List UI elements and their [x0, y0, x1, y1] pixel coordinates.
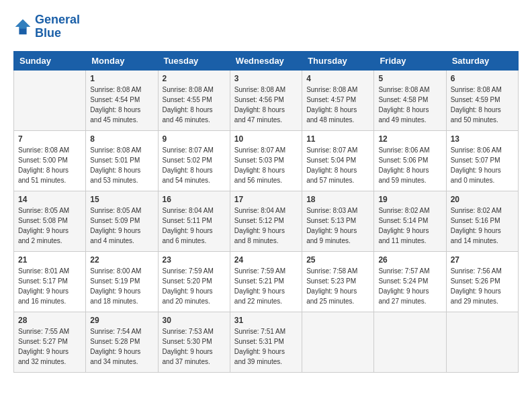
cell-info: Sunrise: 8:08 AMSunset: 4:56 PMDaylight:…	[234, 85, 298, 125]
day-number: 10	[234, 134, 298, 144]
week-row-4: 21Sunrise: 8:01 AMSunset: 5:17 PMDayligh…	[14, 251, 519, 312]
day-number: 2	[163, 74, 226, 83]
calendar-cell: 6Sunrise: 8:08 AMSunset: 4:59 PMDaylight…	[446, 70, 518, 130]
weekday-header-monday: Monday	[86, 51, 158, 70]
calendar-cell: 13Sunrise: 8:06 AMSunset: 5:07 PMDayligh…	[446, 130, 518, 191]
calendar-cell: 5Sunrise: 8:08 AMSunset: 4:58 PMDaylight…	[374, 70, 446, 130]
cell-info: Sunrise: 8:03 AMSunset: 5:13 PMDaylight:…	[306, 205, 369, 246]
cell-info: Sunrise: 8:07 AMSunset: 5:02 PMDaylight:…	[163, 145, 226, 185]
weekday-header-wednesday: Wednesday	[230, 51, 302, 70]
day-number: 30	[163, 316, 226, 325]
calendar-cell: 4Sunrise: 8:08 AMSunset: 4:57 PMDaylight…	[302, 70, 374, 130]
calendar-cell: 29Sunrise: 7:54 AMSunset: 5:28 PMDayligh…	[86, 312, 158, 372]
cell-info: Sunrise: 7:53 AMSunset: 5:30 PMDaylight:…	[163, 326, 226, 367]
calendar-cell: 12Sunrise: 8:06 AMSunset: 5:06 PMDayligh…	[374, 130, 446, 191]
cell-info: Sunrise: 7:51 AMSunset: 5:31 PMDaylight:…	[234, 326, 298, 367]
cell-info: Sunrise: 7:57 AMSunset: 5:24 PMDaylight:…	[378, 266, 441, 306]
calendar-cell: 27Sunrise: 7:56 AMSunset: 5:26 PMDayligh…	[446, 251, 518, 312]
day-number: 7	[18, 134, 81, 144]
logo: General Blue	[13, 13, 80, 40]
day-number: 14	[18, 195, 81, 204]
calendar-cell: 21Sunrise: 8:01 AMSunset: 5:17 PMDayligh…	[14, 251, 86, 312]
calendar-cell: 15Sunrise: 8:05 AMSunset: 5:09 PMDayligh…	[86, 191, 158, 251]
cell-info: Sunrise: 8:08 AMSunset: 4:59 PMDaylight:…	[451, 85, 514, 125]
day-number: 26	[378, 255, 441, 265]
day-number: 4	[306, 74, 369, 83]
day-number: 16	[163, 195, 226, 204]
cell-info: Sunrise: 8:07 AMSunset: 5:03 PMDaylight:…	[234, 145, 298, 185]
calendar-cell	[446, 312, 518, 372]
day-number: 23	[163, 255, 226, 265]
calendar-cell: 30Sunrise: 7:53 AMSunset: 5:30 PMDayligh…	[158, 312, 230, 372]
day-number: 24	[234, 255, 298, 265]
cell-info: Sunrise: 8:02 AMSunset: 5:14 PMDaylight:…	[378, 205, 441, 246]
day-number: 21	[18, 255, 81, 265]
cell-info: Sunrise: 7:55 AMSunset: 5:27 PMDaylight:…	[18, 326, 81, 367]
calendar-cell: 1Sunrise: 8:08 AMSunset: 4:54 PMDaylight…	[86, 70, 158, 130]
calendar-cell: 8Sunrise: 8:08 AMSunset: 5:01 PMDaylight…	[86, 130, 158, 191]
day-number: 20	[451, 195, 514, 204]
day-number: 29	[90, 316, 153, 325]
calendar-cell	[302, 312, 374, 372]
week-row-1: 1Sunrise: 8:08 AMSunset: 4:54 PMDaylight…	[14, 70, 519, 130]
day-number: 15	[90, 195, 153, 204]
calendar-cell: 16Sunrise: 8:04 AMSunset: 5:11 PMDayligh…	[158, 191, 230, 251]
cell-info: Sunrise: 8:08 AMSunset: 5:00 PMDaylight:…	[18, 145, 81, 185]
day-number: 18	[306, 195, 369, 204]
calendar-cell: 23Sunrise: 7:59 AMSunset: 5:20 PMDayligh…	[158, 251, 230, 312]
calendar-cell: 28Sunrise: 7:55 AMSunset: 5:27 PMDayligh…	[14, 312, 86, 372]
logo-icon	[13, 17, 32, 36]
day-number: 13	[451, 134, 514, 144]
day-number: 8	[90, 134, 153, 144]
week-row-5: 28Sunrise: 7:55 AMSunset: 5:27 PMDayligh…	[14, 312, 519, 372]
calendar-cell: 17Sunrise: 8:04 AMSunset: 5:12 PMDayligh…	[230, 191, 302, 251]
cell-info: Sunrise: 8:07 AMSunset: 5:04 PMDaylight:…	[306, 145, 369, 185]
cell-info: Sunrise: 8:05 AMSunset: 5:08 PMDaylight:…	[18, 205, 81, 246]
calendar-cell: 3Sunrise: 8:08 AMSunset: 4:56 PMDaylight…	[230, 70, 302, 130]
cell-info: Sunrise: 7:59 AMSunset: 5:21 PMDaylight:…	[234, 266, 298, 306]
day-number: 19	[378, 195, 441, 204]
calendar-cell: 31Sunrise: 7:51 AMSunset: 5:31 PMDayligh…	[230, 312, 302, 372]
calendar-cell: 7Sunrise: 8:08 AMSunset: 5:00 PMDaylight…	[14, 130, 86, 191]
weekday-header-sunday: Sunday	[14, 51, 86, 70]
day-number: 11	[306, 134, 369, 144]
calendar-cell: 10Sunrise: 8:07 AMSunset: 5:03 PMDayligh…	[230, 130, 302, 191]
day-number: 3	[234, 74, 298, 83]
cell-info: Sunrise: 8:00 AMSunset: 5:19 PMDaylight:…	[90, 266, 153, 306]
day-number: 22	[90, 255, 153, 265]
day-number: 1	[90, 74, 153, 83]
calendar-cell: 2Sunrise: 8:08 AMSunset: 4:55 PMDaylight…	[158, 70, 230, 130]
day-number: 12	[378, 134, 441, 144]
week-row-2: 7Sunrise: 8:08 AMSunset: 5:00 PMDaylight…	[14, 130, 519, 191]
cell-info: Sunrise: 8:08 AMSunset: 4:57 PMDaylight:…	[306, 85, 369, 125]
calendar-cell: 11Sunrise: 8:07 AMSunset: 5:04 PMDayligh…	[302, 130, 374, 191]
calendar-cell: 9Sunrise: 8:07 AMSunset: 5:02 PMDaylight…	[158, 130, 230, 191]
calendar-cell: 14Sunrise: 8:05 AMSunset: 5:08 PMDayligh…	[14, 191, 86, 251]
day-number: 25	[306, 255, 369, 265]
cell-info: Sunrise: 8:08 AMSunset: 4:54 PMDaylight:…	[90, 85, 153, 125]
page-header: General Blue	[13, 13, 519, 40]
day-number: 5	[378, 74, 441, 83]
cell-info: Sunrise: 8:06 AMSunset: 5:06 PMDaylight:…	[378, 145, 441, 185]
logo-line2: Blue	[35, 27, 80, 40]
weekday-header-thursday: Thursday	[302, 51, 374, 70]
weekday-header-row: SundayMondayTuesdayWednesdayThursdayFrid…	[14, 51, 519, 70]
cell-info: Sunrise: 7:56 AMSunset: 5:26 PMDaylight:…	[451, 266, 514, 306]
weekday-header-saturday: Saturday	[446, 51, 518, 70]
day-number: 17	[234, 195, 298, 204]
calendar-table: SundayMondayTuesdayWednesdayThursdayFrid…	[13, 51, 519, 373]
calendar-cell: 20Sunrise: 8:02 AMSunset: 5:16 PMDayligh…	[446, 191, 518, 251]
logo-line1: General	[35, 13, 80, 27]
cell-info: Sunrise: 8:08 AMSunset: 4:55 PMDaylight:…	[163, 85, 226, 125]
weekday-header-tuesday: Tuesday	[158, 51, 230, 70]
cell-info: Sunrise: 8:06 AMSunset: 5:07 PMDaylight:…	[451, 145, 514, 185]
calendar-cell: 26Sunrise: 7:57 AMSunset: 5:24 PMDayligh…	[374, 251, 446, 312]
day-number: 31	[234, 316, 298, 325]
cell-info: Sunrise: 8:04 AMSunset: 5:12 PMDaylight:…	[234, 205, 298, 246]
weekday-header-friday: Friday	[374, 51, 446, 70]
calendar-cell	[14, 70, 86, 130]
cell-info: Sunrise: 7:54 AMSunset: 5:28 PMDaylight:…	[90, 326, 153, 367]
svg-marker-1	[15, 19, 30, 29]
cell-info: Sunrise: 8:08 AMSunset: 4:58 PMDaylight:…	[378, 85, 441, 125]
cell-info: Sunrise: 8:08 AMSunset: 5:01 PMDaylight:…	[90, 145, 153, 185]
